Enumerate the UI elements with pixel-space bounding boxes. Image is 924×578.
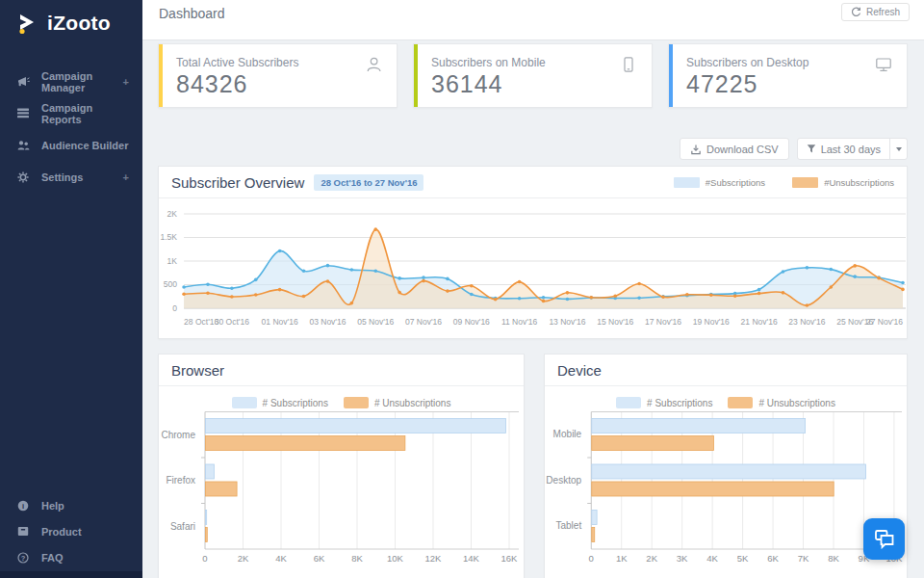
data-point [901, 288, 905, 292]
sidebar-item-label: Audience Builder [41, 140, 128, 151]
report-icon [17, 108, 30, 118]
accent-bar [414, 44, 418, 107]
sidebar-item-audience-builder[interactable]: Audience Builder [0, 129, 142, 161]
chat-widget-button[interactable] [863, 518, 905, 560]
legend-unsubscriptions[interactable]: # Unsubscriptions [344, 397, 450, 408]
overview-title: Subscriber Overview [171, 174, 304, 191]
filter-icon [807, 144, 816, 154]
x-tick-label: 12K [425, 553, 443, 564]
bar-firefox-1 [206, 482, 238, 496]
bar-chrome-0 [206, 419, 506, 434]
data-point [637, 296, 641, 300]
download-csv-button[interactable]: Download CSV [680, 138, 789, 160]
bar-chrome-1 [206, 436, 405, 451]
data-point [901, 281, 905, 285]
product-icon [17, 526, 30, 537]
bar-tablet-1 [592, 528, 595, 542]
sidebar-item-label: Help [41, 500, 64, 512]
device-title: Device [557, 362, 602, 379]
data-point [685, 293, 689, 297]
x-tick-label: 11 Nov'16 [501, 317, 538, 327]
sidebar-item-campaign-reports[interactable]: Campaign Reports [0, 97, 142, 129]
sidebar-item-campaign-manager[interactable]: Campaign Manager + [0, 66, 142, 97]
accent-bar [159, 44, 163, 107]
refresh-label: Refresh [866, 7, 900, 17]
sidebar-item-help[interactable]: i Help [0, 492, 142, 518]
date-range-main[interactable]: Last 30 days [798, 139, 889, 159]
expand-plus-icon[interactable]: + [123, 171, 129, 183]
data-point [806, 303, 809, 307]
chat-icon [874, 529, 895, 549]
data-point [829, 285, 833, 289]
data-point [470, 284, 474, 288]
mobile-icon [620, 56, 637, 77]
page-title: Dashboard [159, 6, 225, 21]
data-point [206, 282, 210, 286]
stats-row: Total Active Subscribers 84326 Subscribe… [158, 43, 908, 108]
y-tick-label: 0 [172, 303, 177, 313]
refresh-button[interactable]: Refresh [841, 3, 910, 21]
data-point [230, 295, 234, 299]
data-point [422, 279, 425, 283]
subscriptions-swatch [674, 177, 700, 188]
legend-subscriptions[interactable]: # Subscriptions [232, 397, 328, 408]
legend-subscriptions[interactable]: #Subscriptions [674, 177, 765, 188]
browser-bar-chart: 02K4K6K8K10K12K14K16KChromeFirefoxSafari [159, 410, 524, 578]
x-tick-label: 30 Oct'16 [215, 317, 249, 327]
x-tick-label: 0 [202, 553, 207, 564]
expand-plus-icon[interactable]: + [123, 76, 129, 88]
data-point [661, 295, 665, 299]
unsubscriptions-swatch [344, 397, 369, 408]
data-point [302, 269, 306, 273]
izooto-logo-icon [17, 12, 40, 35]
bar-firefox-0 [206, 464, 215, 479]
device-bar-chart: 01K2K3K4K5K6K7K8K9K10KMobileDesktopTable… [545, 410, 907, 578]
bar-safari-1 [206, 528, 208, 542]
logo-text: iZooto [47, 12, 111, 35]
y-tick-label: 500 [164, 280, 177, 290]
bottom-charts-row: Browser # Subscriptions # Unsubscription… [158, 354, 908, 578]
desktop-icon [875, 56, 892, 77]
x-tick-label: 03 Nov'16 [309, 317, 346, 327]
bar-mobile-1 [592, 436, 714, 451]
sidebar-footer-nav: i Help Product ? FAQ [0, 492, 142, 570]
browser-panel-header: Browser [159, 355, 524, 386]
data-point [254, 293, 258, 297]
gear-icon [17, 171, 30, 183]
sidebar-item-faq[interactable]: ? FAQ [0, 544, 142, 570]
x-tick-label: 4K [275, 553, 287, 564]
legend-subscriptions[interactable]: # Subscriptions [616, 397, 712, 408]
data-point [182, 285, 186, 289]
legend-unsubscriptions[interactable]: # Unsubscriptions [728, 397, 834, 408]
subscriptions-swatch [616, 397, 641, 408]
bar-safari-0 [206, 511, 207, 525]
data-point [853, 264, 857, 268]
x-tick-label: 1K [616, 553, 628, 564]
browser-legend: # Subscriptions # Unsubscriptions [159, 386, 524, 408]
device-panel: Device # Subscriptions # Unsubscriptions… [544, 354, 908, 578]
bar-desktop-1 [592, 482, 834, 496]
accent-bar [669, 44, 673, 107]
data-point [877, 276, 881, 280]
data-point [757, 288, 761, 292]
y-tick-label: 1.5K [161, 233, 178, 243]
legend-label: # Unsubscriptions [758, 398, 834, 408]
main-content: Total Active Subscribers 84326 Subscribe… [142, 40, 924, 578]
data-point [350, 268, 354, 272]
sidebar-item-label: FAQ [41, 552, 64, 564]
category-label: Tablet [555, 521, 581, 532]
stat-label: Subscribers on Mobile [414, 44, 652, 69]
legend-unsubscriptions[interactable]: #Unsubscriptions [792, 177, 894, 188]
x-tick-label: 2K [646, 553, 657, 564]
data-point [182, 293, 186, 297]
sidebar-item-settings[interactable]: Settings + [0, 161, 142, 193]
category-label: Desktop [546, 475, 581, 486]
date-range-dropdown[interactable] [889, 139, 907, 159]
x-tick-label: 6K [314, 553, 325, 564]
sidebar-item-product[interactable]: Product [0, 518, 142, 544]
data-point [326, 264, 330, 268]
sidebar-item-label: Settings [41, 171, 83, 183]
legend-label: # Subscriptions [263, 398, 328, 408]
izooto-logo[interactable]: iZooto [0, 0, 142, 35]
x-tick-label: 10K [387, 553, 404, 564]
